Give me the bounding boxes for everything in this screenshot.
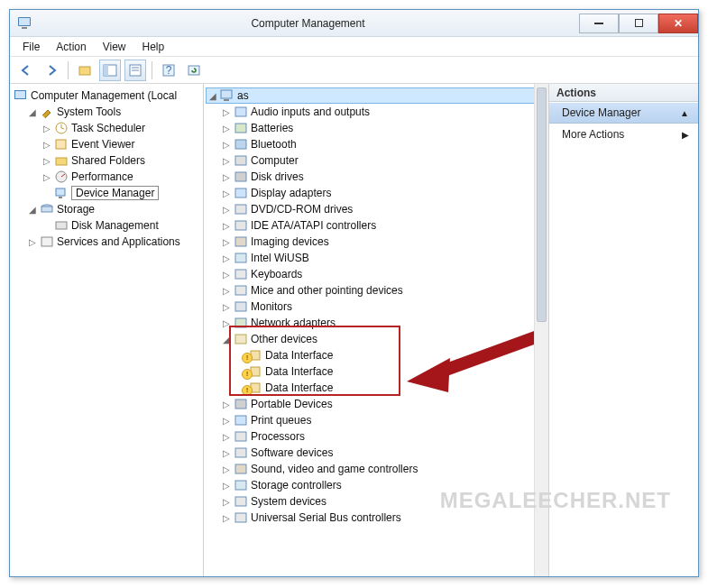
unknown-device[interactable]: Data Interface: [234, 347, 547, 363]
device-category[interactable]: ▷Processors: [220, 428, 547, 445]
device-category[interactable]: ▷Portable Devices: [220, 396, 547, 412]
expand-icon[interactable]: ▷: [222, 172, 231, 182]
performance[interactable]: ▷Performance: [41, 169, 201, 185]
expand-icon[interactable]: ▷: [222, 318, 231, 328]
expand-icon[interactable]: ▷: [222, 156, 231, 166]
titlebar[interactable]: Computer Management ✕: [10, 10, 698, 37]
collapse-icon[interactable]: ◢: [208, 91, 217, 101]
device-category[interactable]: ▷Network adapters: [220, 315, 547, 331]
menu-view[interactable]: View: [96, 39, 133, 55]
back-button[interactable]: [15, 60, 37, 81]
other-devices-icon: [234, 332, 248, 346]
scrollbar-thumb[interactable]: [537, 87, 547, 322]
device-category[interactable]: ▷Audio inputs and outputs: [220, 104, 547, 120]
device-category[interactable]: ▷Batteries: [220, 120, 547, 136]
device-tree[interactable]: ◢ as ▷Audio inputs and outputs▷Batteries…: [206, 87, 547, 526]
expand-icon[interactable]: ▷: [222, 302, 231, 312]
expand-icon[interactable]: ▷: [222, 124, 231, 133]
expand-icon[interactable]: ▷: [222, 140, 231, 150]
device-category-icon: [234, 413, 248, 427]
collapse-icon[interactable]: ◢: [28, 205, 37, 215]
expand-icon[interactable]: ▷: [222, 253, 231, 263]
shared-folders[interactable]: ▷Shared Folders: [41, 152, 201, 169]
svg-rect-30: [235, 172, 246, 181]
unknown-device[interactable]: Data Interface: [234, 380, 547, 396]
console-tree[interactable]: Computer Management (Local ◢ System Tool…: [12, 87, 201, 250]
storage[interactable]: ◢ Storage: [26, 201, 201, 217]
event-viewer[interactable]: ▷Event Viewer: [41, 136, 201, 152]
disk-management[interactable]: Disk Management: [41, 217, 201, 234]
maximize-button[interactable]: [619, 14, 658, 33]
minimize-button[interactable]: [579, 14, 619, 33]
actions-more[interactable]: More Actions ▶: [549, 124, 698, 145]
expand-icon[interactable]: ▷: [42, 156, 51, 166]
device-category[interactable]: ▷Computer: [220, 152, 547, 169]
warning-device-icon: [248, 381, 262, 395]
device-category[interactable]: ▷System devices: [220, 493, 547, 510]
expand-icon[interactable]: ▷: [222, 221, 231, 231]
device-category[interactable]: ▷Universal Serial Bus controllers: [220, 510, 547, 526]
tree-root[interactable]: Computer Management (Local: [12, 87, 201, 104]
expand-icon[interactable]: ▷: [222, 270, 231, 280]
device-tree-pane[interactable]: ◢ as ▷Audio inputs and outputs▷Batteries…: [204, 84, 549, 576]
expand-icon[interactable]: ▷: [222, 513, 231, 523]
device-category[interactable]: ▷Monitors: [220, 299, 547, 315]
expand-icon[interactable]: ▷: [222, 188, 231, 198]
collapse-icon[interactable]: ◢: [222, 335, 231, 345]
device-category[interactable]: ▷Keyboards: [220, 266, 547, 282]
scrollbar[interactable]: [534, 84, 548, 576]
device-category[interactable]: ▷Software devices: [220, 445, 547, 461]
device-root[interactable]: ◢ as: [206, 87, 547, 104]
unknown-device[interactable]: Data Interface: [234, 363, 547, 380]
close-button[interactable]: ✕: [658, 14, 698, 33]
expand-icon[interactable]: ▷: [222, 107, 231, 117]
device-category-icon: [234, 462, 248, 476]
device-category[interactable]: ▷Sound, video and game controllers: [220, 461, 547, 477]
expand-icon[interactable]: ▷: [222, 416, 231, 426]
menu-help[interactable]: Help: [135, 39, 172, 55]
device-category[interactable]: ▷IDE ATA/ATAPI controllers: [220, 217, 547, 234]
console-tree-pane[interactable]: Computer Management (Local ◢ System Tool…: [10, 84, 204, 576]
show-hide-tree-button[interactable]: [99, 60, 121, 81]
expand-icon[interactable]: ▷: [222, 497, 231, 507]
expand-icon[interactable]: ▷: [42, 172, 51, 182]
svg-text:?: ?: [166, 64, 172, 77]
up-button[interactable]: [74, 60, 96, 81]
menu-file[interactable]: File: [15, 39, 47, 55]
device-category[interactable]: ▷Display adapters: [220, 185, 547, 201]
expand-icon[interactable]: ▷: [222, 432, 231, 442]
device-category-icon: [234, 105, 248, 119]
expand-icon[interactable]: ▷: [222, 237, 231, 247]
expand-icon[interactable]: ▷: [222, 464, 231, 474]
device-category-icon: [234, 299, 248, 314]
device-manager[interactable]: Device Manager: [41, 185, 201, 201]
expand-icon[interactable]: ▷: [222, 286, 231, 296]
expand-icon[interactable]: ▷: [222, 481, 231, 491]
actions-primary[interactable]: Device Manager ▲: [549, 102, 698, 124]
device-category[interactable]: ▷Mice and other pointing devices: [220, 282, 547, 299]
expand-icon[interactable]: ▷: [222, 205, 231, 215]
expand-icon[interactable]: ▷: [222, 400, 231, 409]
services-apps[interactable]: ▷ Services and Applications: [26, 234, 201, 250]
device-category[interactable]: ▷Print queues: [220, 412, 547, 428]
mmc-icon: [14, 88, 28, 103]
menu-action[interactable]: Action: [49, 39, 93, 55]
device-category[interactable]: ▷Disk drives: [220, 169, 547, 185]
forward-button[interactable]: [41, 60, 62, 81]
help-button[interactable]: ?: [158, 60, 179, 81]
expand-icon[interactable]: ▷: [28, 237, 37, 247]
task-scheduler[interactable]: ▷Task Scheduler: [41, 120, 201, 136]
refresh-button[interactable]: [183, 60, 205, 81]
other-devices[interactable]: ◢Other devices: [220, 331, 547, 347]
properties-button[interactable]: [124, 60, 146, 81]
device-category[interactable]: ▷Storage controllers: [220, 477, 547, 493]
expand-icon[interactable]: ▷: [42, 124, 51, 133]
expand-icon[interactable]: ▷: [42, 140, 51, 150]
device-category[interactable]: ▷Imaging devices: [220, 234, 547, 250]
system-tools[interactable]: ◢ System Tools: [26, 104, 201, 120]
device-category[interactable]: ▷DVD/CD-ROM drives: [220, 201, 547, 217]
collapse-icon[interactable]: ◢: [28, 107, 37, 117]
expand-icon[interactable]: ▷: [222, 448, 231, 458]
device-category[interactable]: ▷Intel WiUSB: [220, 250, 547, 266]
device-category[interactable]: ▷Bluetooth: [220, 136, 547, 152]
